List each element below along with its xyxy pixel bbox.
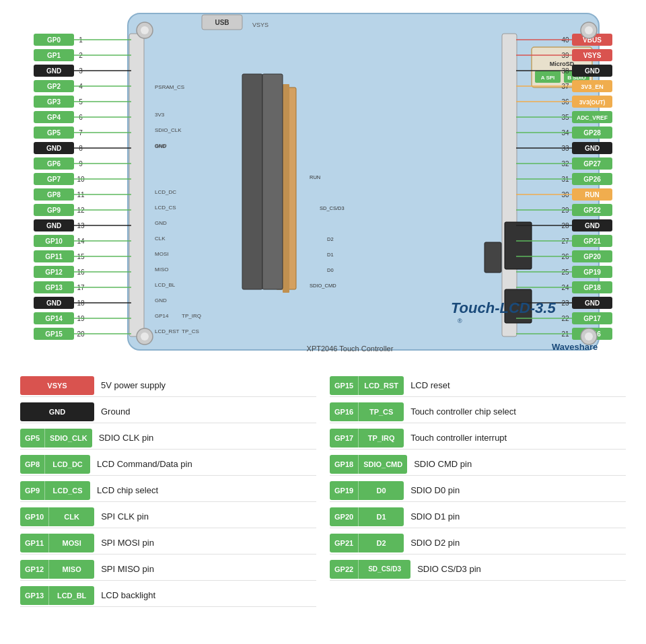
desc-gnd: Ground [101,406,130,417]
svg-text:VSYS: VSYS [583,52,602,59]
svg-text:GP12: GP12 [45,269,63,276]
pin-badge-gp19: GP19 D0 [330,481,404,500]
svg-text:GP27: GP27 [583,160,601,168]
desc-gp5: SDIO CLK pin [99,433,154,443]
svg-text:GP26: GP26 [583,176,601,183]
pin-row-gp11: GP11 MOSI SPI MOSI pin [20,532,316,554]
svg-text:D1: D1 [327,252,334,258]
badge-gp9-func: LCD_CS [44,481,90,500]
badge-gnd: GND [20,402,94,421]
svg-text:GND: GND [46,145,61,152]
badge-gp20-func: D1 [358,507,404,526]
svg-text:GND: GND [585,299,600,307]
svg-text:D2: D2 [327,236,334,242]
svg-text:GP3: GP3 [47,98,61,106]
svg-text:GP17: GP17 [583,315,601,322]
svg-text:RUN: RUN [585,191,600,199]
pin-col-right: GP15 LCD_RST LCD reset GP16 TP_CS Touch … [330,374,626,610]
svg-text:GND: GND [585,67,600,75]
desc-gp15: LCD reset [410,380,450,390]
pin-row-gp10: GP10 CLK SPI CLK pin [20,505,316,528]
svg-text:RUN: RUN [310,174,320,180]
badge-gp11-gp: GP11 [20,534,48,552]
svg-point-197 [141,26,149,34]
pin-badge-gp16: GP16 TP_CS [330,402,404,421]
badge-gp8-func: LCD_DC [44,455,90,474]
pin-badge-gp10: GP10 CLK [20,507,94,526]
pin-badge-gp9: GP9 LCD_CS [20,481,90,500]
desc-gp16: Touch controller chip select [410,406,516,417]
desc-gp17: Touch controller interrupt [410,433,507,443]
svg-text:ADC_VREF: ADC_VREF [577,114,608,121]
svg-text:3V3(OUT): 3V3(OUT) [579,99,606,106]
pin-badge-gp15: GP15 LCD_RST [330,376,404,395]
badge-gp18-func: SDIO_CMD [358,455,407,474]
desc-gp12: SPI MISO pin [101,564,154,574]
svg-text:TP_CS: TP_CS [182,328,199,334]
svg-text:MISO: MISO [155,266,168,273]
svg-point-201 [141,332,149,341]
svg-rect-13 [283,84,289,293]
desc-gp22: SDIO CS/D3 pin [417,564,481,574]
svg-text:LCD_BL: LCD_BL [155,282,176,288]
svg-text:CLK: CLK [155,236,166,242]
svg-rect-19 [485,242,501,273]
svg-text:GND: GND [46,67,61,75]
svg-text:GP9: GP9 [47,207,61,214]
svg-text:GND: GND [585,145,600,152]
badge-gp19-func: D0 [358,481,404,500]
svg-text:GP15: GP15 [45,330,63,338]
svg-text:GP0: GP0 [47,36,61,44]
svg-rect-10 [129,34,144,336]
svg-text:Waveshare: Waveshare [552,342,598,352]
pin-row-gp12: GP12 MISO SPI MISO pin [20,558,316,581]
pin-row-gp22: GP22 SD_CS/D3 SDIO CS/D3 pin [330,558,626,581]
svg-text:GP8: GP8 [47,191,61,199]
badge-gp17-gp: GP17 [330,429,358,448]
badge-gp5-gp: GP5 [20,429,44,448]
badge-gp16-gp: GP16 [330,402,358,421]
badge-gp17-func: TP_IRQ [358,429,404,448]
desc-gp8: LCD Command/Data pin [97,459,192,469]
svg-point-199 [585,26,593,34]
svg-text:GP5: GP5 [47,129,61,137]
svg-rect-17 [505,222,532,269]
svg-text:GND: GND [585,222,600,229]
svg-text:SDIO_CMD: SDIO_CMD [310,283,336,289]
pin-col-left: VSYS 5V power supply GND Ground GP5 SDIO… [20,374,316,610]
svg-text:LCD_CS: LCD_CS [155,205,176,211]
pin-badge-gp13: GP13 LCD_BL [20,586,94,605]
badge-gp5-func: SDIO_CLK [44,429,92,448]
svg-text:GP21: GP21 [583,238,601,245]
pin-badge-gp8: GP8 LCD_DC [20,455,90,474]
badge-gp9-gp: GP9 [20,481,44,500]
svg-text:GP11: GP11 [45,253,63,260]
svg-text:A SPI: A SPI [541,75,555,81]
pin-row-gp9: GP9 LCD_CS LCD chip select [20,479,316,502]
pin-table-section: VSYS 5V power supply GND Ground GP5 SDIO… [0,366,646,624]
badge-gp16-func: TP_CS [358,402,404,421]
svg-text:GP6: GP6 [47,160,61,168]
pin-row-gp20: GP20 D1 SDIO D1 pin [330,505,626,528]
svg-text:GND: GND [46,299,61,307]
desc-gp11: SPI MOSI pin [101,538,154,548]
svg-text:GP14: GP14 [45,315,63,322]
svg-text:GND: GND [155,297,167,303]
svg-text:TP_IRQ: TP_IRQ [182,313,201,319]
desc-gp20: SDIO D1 pin [410,511,460,522]
svg-text:Touch-LCD-3.5: Touch-LCD-3.5 [451,299,556,316]
badge-gp10-func: CLK [48,507,94,526]
svg-point-203 [585,332,593,341]
pin-badge-gp18: GP18 SDIO_CMD [330,455,407,474]
svg-text:®: ® [458,318,462,324]
badge-gp15-gp: GP15 [330,376,358,395]
pin-row-gp21: GP21 D2 SDIO D2 pin [330,532,626,554]
badge-gp19-gp: GP19 [330,481,358,500]
pin-tables: VSYS 5V power supply GND Ground GP5 SDIO… [20,374,626,610]
svg-text:D0: D0 [327,267,334,273]
svg-text:3V3_EN: 3V3_EN [581,83,604,90]
desc-gp19: SDIO D0 pin [410,485,460,495]
badge-vsys: VSYS [20,376,94,395]
badge-gp22-gp: GP22 [330,560,358,579]
badge-gp21-func: D2 [358,534,404,552]
